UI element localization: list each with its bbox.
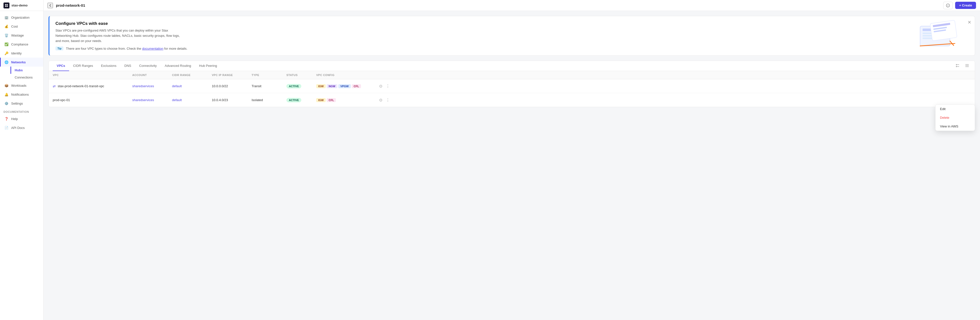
cell-account-1: sharedservices [132, 84, 172, 88]
info-button[interactable] [943, 2, 953, 9]
cell-config-1: IGW NGW VPGW CFL [316, 84, 371, 88]
tag-igw: IGW [316, 84, 326, 88]
col-account: ACCOUNT [132, 74, 172, 76]
compliance-icon: ✅ [4, 42, 9, 46]
org-icon: 🏢 [4, 15, 9, 20]
list-view-button[interactable] [963, 62, 971, 70]
sidebar-item-help[interactable]: ❓ Help [0, 114, 43, 123]
context-menu-view-aws[interactable]: View in AWS [935, 122, 975, 131]
sidebar-item-identity[interactable]: 🔑 Identity [0, 49, 43, 58]
tip-text: There are four VPC types to choose from.… [66, 47, 188, 51]
sidebar-item-workloads[interactable]: 📦 Workloads [0, 81, 43, 90]
sidebar-item-wastage[interactable]: 🗑️ Wastage [0, 31, 43, 40]
banner-description: Stax VPCs are pre-configured AWS VPCs th… [56, 28, 185, 43]
row-actions-2: ⊙ ⋮ [371, 97, 391, 103]
topbar: prod-network-01 + Create [43, 0, 980, 11]
sidebar-item-organization[interactable]: 🏢 Organization [0, 13, 43, 22]
svg-rect-3 [7, 5, 8, 6]
cidr-link-1[interactable]: default [172, 84, 182, 88]
context-menu: Edit Delete View in AWS [935, 105, 975, 131]
notifications-icon: 🔔 [4, 92, 9, 97]
workloads-icon: 📦 [4, 83, 9, 88]
tab-advanced-routing[interactable]: Advanced Routing [161, 61, 195, 71]
info-banner: Configure VPCs with ease Stax VPCs are p… [48, 16, 975, 55]
cell-cidr-1: default [172, 84, 212, 88]
cell-vpc-name-2: prod-vpc-01 [53, 98, 132, 102]
content-area: Configure VPCs with ease Stax VPCs are p… [43, 11, 980, 320]
col-vpc: VPC [53, 74, 132, 76]
page-title: prod-network-01 [56, 3, 940, 8]
tab-hub-peering[interactable]: Hub Peering [195, 61, 221, 71]
cell-type-1: Transit [251, 84, 286, 88]
topbar-actions: + Create [943, 2, 976, 9]
sidebar-item-settings[interactable]: ⚙️ Settings [0, 99, 43, 108]
banner-close-button[interactable]: ✕ [967, 20, 971, 25]
row-action-more-2[interactable]: ⋮ [385, 97, 391, 103]
account-link-1[interactable]: sharedservices [132, 84, 154, 88]
main: prod-network-01 + Create Configure VPCs … [43, 0, 980, 320]
row-action-circle-1[interactable]: ⊙ [378, 83, 383, 89]
tag-cfl-2: CFL [327, 98, 336, 102]
tip-row: Tip There are four VPC types to choose f… [56, 46, 188, 51]
config-tags-2: IGW CFL [316, 98, 371, 102]
app-name: stax-demo [11, 3, 28, 7]
back-button[interactable] [48, 3, 53, 8]
cell-ip-range-2: 10.0.4.0/23 [212, 98, 251, 102]
status-badge-2: ACTIVE [286, 98, 301, 102]
tab-vpcs[interactable]: VPCs [53, 61, 69, 71]
tabs-row: VPCs CIDR Ranges Exclusions DNS Connecti… [49, 61, 975, 71]
svg-rect-2 [5, 5, 6, 6]
tabs-right-actions [954, 62, 971, 70]
app-logo [3, 3, 10, 8]
tab-connectivity[interactable]: Connectivity [135, 61, 161, 71]
context-menu-delete[interactable]: Delete [935, 113, 975, 122]
sidebar-nav: 🏢 Organization 💰 Cost 🗑️ Wastage ✅ Compl… [0, 11, 43, 320]
svg-point-18 [956, 64, 957, 65]
sidebar-subnav: Hubs Connections [0, 67, 43, 81]
svg-rect-0 [5, 4, 6, 5]
sidebar-item-connections[interactable]: Connections [10, 74, 43, 81]
api-icon: 📄 [4, 125, 9, 130]
tag-cfl: CFL [352, 84, 361, 88]
svg-rect-1 [7, 4, 8, 5]
sidebar-item-compliance[interactable]: ✅ Compliance [0, 40, 43, 49]
vpcs-table: VPC ACCOUNT CIDR RANGE VPC IP RANGE TYPE… [49, 71, 975, 107]
cell-status-1: ACTIVE [286, 84, 316, 89]
tab-dns[interactable]: DNS [120, 61, 135, 71]
account-link-2[interactable]: sharedservices [132, 98, 154, 102]
banner-title: Configure VPCs with ease [56, 21, 188, 26]
col-cidr-range: CIDR RANGE [172, 74, 212, 76]
context-menu-edit[interactable]: Edit [935, 105, 975, 113]
help-icon: ❓ [4, 117, 9, 121]
documentation-link[interactable]: documentation [142, 47, 163, 51]
sidebar-item-hubs[interactable]: Hubs [10, 67, 43, 74]
svg-line-17 [950, 41, 954, 46]
svg-point-20 [956, 66, 957, 67]
sidebar-item-notifications[interactable]: 🔔 Notifications [0, 90, 43, 99]
tip-badge: Tip [56, 46, 64, 51]
create-button[interactable]: + Create [955, 2, 976, 9]
row-action-circle-2[interactable]: ⊙ [378, 97, 383, 103]
cost-icon: 💰 [4, 24, 9, 29]
tab-cidr-ranges[interactable]: CIDR Ranges [69, 61, 97, 71]
sidebar-item-api-docs[interactable]: 📄 API Docs [0, 123, 43, 132]
sidebar-item-networks[interactable]: 🌐 Networks [0, 58, 43, 67]
tag-ngw: NGW [327, 84, 337, 88]
sidebar-item-cost[interactable]: 💰 Cost [0, 22, 43, 31]
doc-section-label: DOCUMENTATION [0, 108, 43, 114]
status-badge-1: ACTIVE [286, 84, 301, 89]
cell-actions-1: ⊙ ⋮ [371, 83, 391, 89]
filter-view-button[interactable] [954, 62, 961, 70]
transit-icon: ⇄ [53, 84, 56, 88]
row-actions-1: ⊙ ⋮ [371, 83, 391, 89]
cell-type-2: Isolated [251, 98, 286, 102]
col-actions [371, 74, 391, 76]
banner-text: Configure VPCs with ease Stax VPCs are p… [56, 21, 188, 51]
cidr-link-2[interactable]: default [172, 98, 182, 102]
tab-exclusions[interactable]: Exclusions [97, 61, 120, 71]
wastage-icon: 🗑️ [4, 33, 9, 38]
row-action-more-1[interactable]: ⋮ [385, 83, 391, 89]
settings-icon: ⚙️ [4, 101, 9, 106]
col-type: TYPE [251, 74, 286, 76]
sidebar: stax-demo 🏢 Organization 💰 Cost 🗑️ Wasta… [0, 0, 43, 320]
